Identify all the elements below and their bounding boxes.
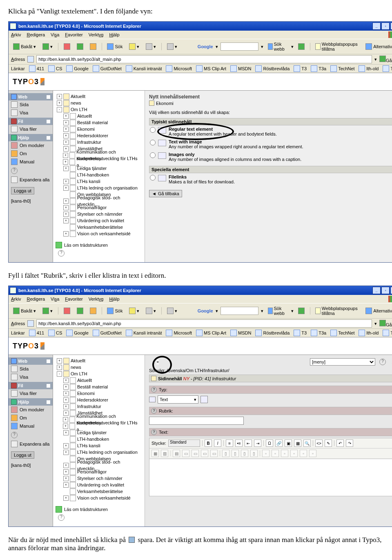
- back-button[interactable]: Bakåt ▾: [11, 42, 38, 51]
- table-button[interactable]: ▦: [294, 440, 301, 447]
- type-aux-icon[interactable]: [200, 396, 208, 403]
- col-split-button[interactable]: ▯: [250, 450, 258, 457]
- expand-all[interactable]: Expandera alla: [9, 440, 53, 448]
- tree-item[interactable]: +Aktuellt: [56, 357, 142, 364]
- opt-text-with-image[interactable]: Text with imageAny number of images wrap…: [149, 138, 392, 151]
- tree-item[interactable]: +news: [56, 364, 142, 370]
- mod-visa[interactable]: Visa: [9, 109, 53, 117]
- tree-item[interactable]: -Om LTH: [56, 370, 142, 377]
- help-icon[interactable]: ?: [11, 432, 18, 438]
- link-t4a[interactable]: T4a: [383, 65, 392, 72]
- row-below-button[interactable]: ▭: [192, 450, 199, 457]
- mail-button[interactable]: ▾: [144, 306, 158, 315]
- maximize-button[interactable]: ▫: [381, 287, 390, 294]
- mod-manual[interactable]: Manual: [9, 422, 53, 430]
- omega-button[interactable]: Ω: [266, 440, 273, 447]
- link-kansli[interactable]: Kansli intranät: [126, 65, 162, 72]
- mod-head-fil[interactable]: Fil: [9, 118, 53, 125]
- link-msdn[interactable]: MSDN: [230, 330, 251, 336]
- url-input[interactable]: [36, 319, 372, 328]
- mod-visa-filer[interactable]: Visa filer: [9, 125, 53, 133]
- italic-button[interactable]: I: [214, 440, 221, 447]
- opt-regular-text[interactable]: Regular text elementA regular text eleme…: [149, 125, 392, 138]
- mod-sida[interactable]: Sida: [9, 100, 53, 109]
- col-before-button[interactable]: ▯: [222, 450, 229, 457]
- tree-item[interactable]: Verksamhetsberättelse: [56, 224, 142, 230]
- close-button[interactable]: ×: [390, 22, 392, 30]
- rubrik-input[interactable]: [149, 417, 244, 425]
- tree-item[interactable]: +LTHs ledning och organisation: [56, 185, 142, 191]
- google-search-input[interactable]: [220, 42, 259, 51]
- alternativ-button[interactable]: Alternativ: [363, 42, 392, 51]
- link-google[interactable]: Google: [66, 330, 88, 336]
- minimize-button[interactable]: _: [372, 22, 381, 30]
- tree-item[interactable]: -Om LTH: [56, 106, 142, 113]
- mod-sida[interactable]: Sida: [9, 365, 53, 373]
- mod-om[interactable]: Om: [9, 149, 53, 158]
- link-cs[interactable]: CS: [48, 330, 62, 336]
- menu-favoriter[interactable]: Favoriter: [65, 297, 82, 301]
- tree-item[interactable]: Verksamhetsberättelse: [56, 488, 142, 495]
- cell-after-button[interactable]: ▫: [281, 450, 288, 457]
- tree-item[interactable]: +Infrastruktur: [56, 403, 142, 410]
- help-tree-icon[interactable]: ?: [58, 250, 65, 257]
- menu-arkiv[interactable]: AArkivrkiv: [11, 32, 21, 37]
- link-cs[interactable]: CS: [48, 65, 62, 72]
- cell-before-button[interactable]: ▫: [272, 450, 279, 457]
- tree-item[interactable]: +LTHs kansli: [56, 178, 142, 185]
- forward-button[interactable]: ▾: [40, 42, 55, 51]
- source-button[interactable]: <>: [315, 440, 323, 447]
- mod-head-web[interactable]: Web: [9, 93, 53, 100]
- help-icon[interactable]: ?: [11, 167, 18, 174]
- reload-tree[interactable]: Läs om trädstrukturen: [56, 506, 142, 513]
- link-t3[interactable]: T3: [294, 330, 307, 336]
- checkmark-button[interactable]: [296, 306, 307, 315]
- tbl-insert-button[interactable]: ▦: [151, 450, 159, 457]
- mod-visa[interactable]: Visa: [9, 373, 53, 381]
- link-msdn[interactable]: MSDN: [230, 65, 251, 72]
- tree-item[interactable]: +Styrelser och nämnder: [56, 475, 142, 482]
- popup-blocker[interactable]: Webbplatspopups tillåtna: [313, 305, 361, 317]
- tree-item[interactable]: +Aktuellt: [56, 93, 142, 100]
- tree-item[interactable]: +Kompetensutveckling för LTHs a...: [56, 158, 142, 165]
- cell-del-button[interactable]: ▫: [290, 450, 298, 457]
- logout-button[interactable]: Logga ut: [11, 187, 34, 194]
- link-google[interactable]: Google: [66, 65, 88, 72]
- alternativ-button[interactable]: Alternativ: [363, 306, 392, 315]
- mod-om-moduler[interactable]: Om moduler: [9, 406, 53, 414]
- tree-item[interactable]: +Vision och verksamhetsidé: [56, 495, 142, 501]
- link-gotdotnet[interactable]: GotDotNet: [93, 65, 122, 72]
- tree-item[interactable]: +Ekonomi: [56, 126, 142, 132]
- favorites-button[interactable]: ▾: [127, 306, 141, 315]
- expand-all[interactable]: Expandera alla: [9, 176, 53, 184]
- menu-hjalp[interactable]: Hjälp: [109, 32, 119, 37]
- close-button[interactable]: ×: [390, 287, 392, 294]
- link-411[interactable]: 411: [29, 65, 44, 72]
- google-search-input[interactable]: [220, 307, 259, 315]
- tree-item[interactable]: +Aktuellt: [56, 113, 142, 119]
- tree-item[interactable]: +Hedersdoktorer: [56, 132, 142, 139]
- go-button[interactable]: Gå till: [379, 56, 392, 63]
- mod-visa-filer[interactable]: Visa filer: [9, 389, 53, 397]
- forward-button[interactable]: ▾: [40, 306, 55, 315]
- tree-item[interactable]: LTH-handboken: [56, 436, 142, 442]
- link-t4a[interactable]: T4a: [383, 330, 392, 336]
- mod-head-web[interactable]: Web: [9, 357, 53, 365]
- go-button[interactable]: Gå till: [379, 320, 392, 327]
- link-kansli[interactable]: Kansli intranät: [126, 330, 162, 336]
- link-t3a[interactable]: T3a: [311, 65, 326, 72]
- tree-item[interactable]: +Ekonomi: [56, 390, 142, 397]
- col-del-button[interactable]: ▯: [241, 450, 248, 457]
- link-t3[interactable]: T3: [294, 65, 307, 72]
- row-above-button[interactable]: ▭: [182, 450, 189, 457]
- tree-item[interactable]: +news: [56, 100, 142, 106]
- row-split-button[interactable]: ▭: [210, 450, 218, 457]
- tbl-prop-button[interactable]: ▥: [161, 450, 168, 457]
- opt-images-only[interactable]: Images onlyAny number of images aligned …: [149, 151, 392, 163]
- link-microsoft[interactable]: Microsoft: [166, 330, 192, 336]
- tree-item[interactable]: +Pedagogisk stöd- och utvecklin...: [56, 462, 142, 469]
- link-technet[interactable]: TechNet: [330, 65, 354, 72]
- cell-prop-button[interactable]: ▫: [262, 450, 270, 457]
- checkmark-button[interactable]: [296, 42, 307, 51]
- undo-button[interactable]: ↶: [336, 440, 344, 447]
